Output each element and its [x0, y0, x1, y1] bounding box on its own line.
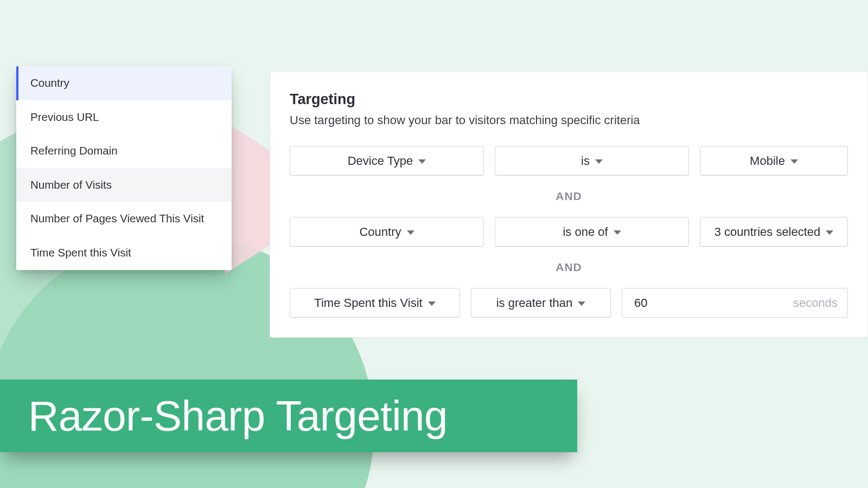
- rule-value-select[interactable]: 3 countries selected: [700, 217, 848, 247]
- rule-conjunction: AND: [290, 247, 848, 288]
- targeting-attribute-list: Country Previous URL Referring Domain Nu…: [16, 66, 232, 270]
- dropdown-label: Time Spent this Visit: [314, 296, 422, 310]
- rule-row: Device Type is Mobile: [290, 146, 848, 176]
- dropdown-label: is one of: [563, 225, 608, 239]
- sidebar-item-referring-domain[interactable]: Referring Domain: [16, 134, 232, 168]
- input-value: 60: [634, 296, 647, 310]
- sidebar-item-label: Referring Domain: [30, 144, 118, 157]
- sidebar-item-country[interactable]: Country: [16, 66, 232, 100]
- sidebar-item-pages-viewed[interactable]: Number of Pages Viewed This Visit: [16, 202, 232, 236]
- dropdown-label: is: [581, 154, 590, 168]
- dropdown-label: Mobile: [750, 154, 785, 168]
- chevron-down-icon: [407, 230, 414, 235]
- rule-attribute-select[interactable]: Time Spent this Visit: [290, 288, 460, 318]
- rule-operator-select[interactable]: is: [495, 146, 689, 176]
- dropdown-label: Device Type: [348, 154, 413, 168]
- chevron-down-icon: [826, 230, 833, 235]
- chevron-down-icon: [595, 159, 603, 164]
- chevron-down-icon: [578, 301, 585, 306]
- targeting-panel: Targeting Use targeting to show your bar…: [270, 71, 868, 338]
- chevron-down-icon: [418, 159, 426, 164]
- sidebar-item-number-of-visits[interactable]: Number of Visits: [16, 168, 232, 202]
- dropdown-label: Country: [359, 225, 401, 239]
- sidebar-item-label: Previous URL: [30, 111, 99, 123]
- dropdown-label: is greater than: [496, 296, 573, 310]
- sidebar-item-label: Number of Visits: [30, 178, 112, 191]
- panel-title: Targeting: [290, 91, 848, 108]
- input-unit: seconds: [793, 296, 838, 310]
- chevron-down-icon: [614, 230, 621, 235]
- sidebar-item-label: Number of Pages Viewed This Visit: [30, 212, 204, 224]
- chevron-down-icon: [428, 301, 436, 306]
- panel-subtitle: Use targeting to show your bar to visito…: [290, 113, 848, 127]
- sidebar-item-time-spent[interactable]: Time Spent this Visit: [16, 236, 232, 270]
- rule-conjunction: AND: [290, 176, 848, 217]
- rule-value-input[interactable]: 60 seconds: [622, 288, 848, 318]
- rule-operator-select[interactable]: is greater than: [471, 288, 611, 318]
- rule-value-select[interactable]: Mobile: [700, 146, 848, 176]
- headline-text: Razor-Sharp Targeting: [28, 391, 448, 441]
- rule-attribute-select[interactable]: Device Type: [290, 146, 484, 176]
- dropdown-label: 3 countries selected: [714, 225, 821, 239]
- headline-banner: Razor-Sharp Targeting: [0, 380, 577, 452]
- sidebar-item-previous-url[interactable]: Previous URL: [16, 100, 232, 134]
- rule-row: Country is one of 3 countries selected: [290, 217, 848, 247]
- rule-attribute-select[interactable]: Country: [290, 217, 484, 247]
- rule-row: Time Spent this Visit is greater than 60…: [290, 288, 848, 318]
- chevron-down-icon: [790, 159, 798, 164]
- sidebar-item-label: Time Spent this Visit: [30, 246, 131, 259]
- sidebar-item-label: Country: [30, 76, 69, 89]
- rule-operator-select[interactable]: is one of: [495, 217, 689, 247]
